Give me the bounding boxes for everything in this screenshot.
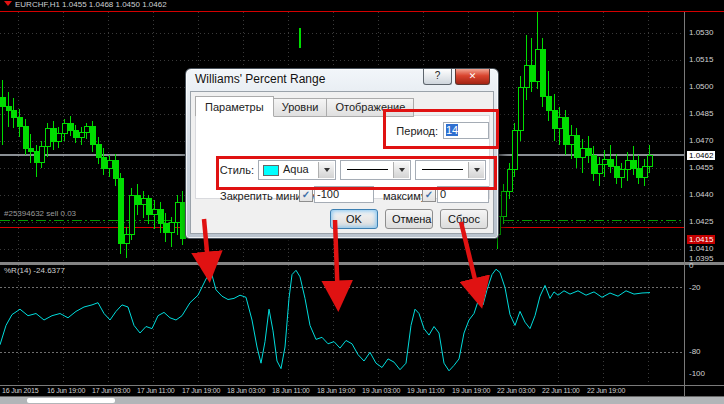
- axis-label: 0: [689, 261, 693, 270]
- dialog-buttons: OK Отмена Сброс: [330, 209, 488, 229]
- chart-titlebar: EURCHF,H1 1.0455 1.0468 1.0450 1.0462: [0, 0, 724, 12]
- time-label: 19 Jun 03:00: [362, 387, 400, 394]
- axis-label: 1.0462: [687, 151, 715, 160]
- time-label: 17 Jun 11:00: [137, 387, 175, 394]
- axis-label: -80: [689, 347, 701, 356]
- dialog-title: Williams' Percent Range: [195, 72, 325, 86]
- time-label: 22 Jun 11:00: [542, 387, 580, 394]
- tab-levels[interactable]: Уровни: [274, 98, 328, 117]
- time-label: 19 Jun 19:00: [452, 387, 490, 394]
- priceaxis-separator: [684, 12, 685, 397]
- reset-button[interactable]: Сброс: [440, 209, 488, 229]
- time-label: 18 Jun 19:00: [317, 387, 355, 394]
- time-label: 17 Jun 03:00: [92, 387, 130, 394]
- panel-separator[interactable]: [0, 262, 724, 265]
- indicator-value-label: %R(14) -24.6377: [4, 266, 65, 275]
- time-label: 18 Jun 03:00: [227, 387, 265, 394]
- cancel-button[interactable]: Отмена: [385, 209, 433, 229]
- axis-label: 1.0415: [687, 235, 715, 244]
- tab-parameters[interactable]: Параметры: [195, 96, 274, 117]
- mt4-chart-window: EURCHF,H1 1.0455 1.0468 1.0450 1.0462 #2…: [0, 0, 724, 404]
- axis-label: 1.0425: [689, 217, 713, 226]
- indicator-dialog: Williams' Percent Range ? ✕ Параметры Ур…: [185, 68, 499, 239]
- symbol-dropdown-icon: [4, 1, 12, 6]
- axis-label: 1.0485: [689, 109, 713, 118]
- symbol-info: EURCHF,H1 1.0455 1.0468 1.0450 1.0462: [15, 0, 167, 9]
- dialog-tabs: Параметры Уровни Отображение: [195, 96, 414, 117]
- order-line-label: #25394632 sell 0.03: [4, 209, 76, 218]
- axis-label: 1.0530: [689, 28, 713, 37]
- time-label: 19 Jun 11:00: [407, 387, 445, 394]
- close-icon: ✕: [469, 71, 477, 81]
- time-label: 22 Jun 03:00: [497, 387, 535, 394]
- axis-label: 1.0515: [689, 55, 713, 64]
- time-label: 17 Jun 19:00: [182, 387, 220, 394]
- help-button[interactable]: ?: [423, 69, 452, 85]
- axis-label: 1.0500: [689, 82, 713, 91]
- axis-label: -20: [689, 283, 701, 292]
- highlight-box: [383, 109, 499, 149]
- time-label: 16 Jun 2015: [2, 387, 38, 394]
- highlight-box: [216, 156, 497, 190]
- scrollbar-thumb[interactable]: [27, 398, 115, 403]
- ok-button[interactable]: OK: [330, 209, 378, 229]
- axis-label: 1.0440: [689, 190, 713, 199]
- horizontal-scrollbar[interactable]: [0, 396, 724, 404]
- fix-minimum-checkbox[interactable]: ✓: [299, 188, 313, 202]
- timeaxis-separator: [0, 385, 724, 386]
- time-label: 16 Jun 19:00: [47, 387, 85, 394]
- time-label: 22 Jun 19:00: [587, 387, 625, 394]
- axis-label: 1.0410: [689, 244, 713, 253]
- axis-label: 1.0470: [689, 136, 713, 145]
- close-button[interactable]: ✕: [455, 69, 490, 85]
- axis-label: 1.0455: [689, 163, 713, 172]
- axis-label: -100: [689, 369, 705, 378]
- fix-maximum-checkbox[interactable]: ✓: [422, 188, 436, 202]
- time-label: 18 Jun 11:00: [272, 387, 310, 394]
